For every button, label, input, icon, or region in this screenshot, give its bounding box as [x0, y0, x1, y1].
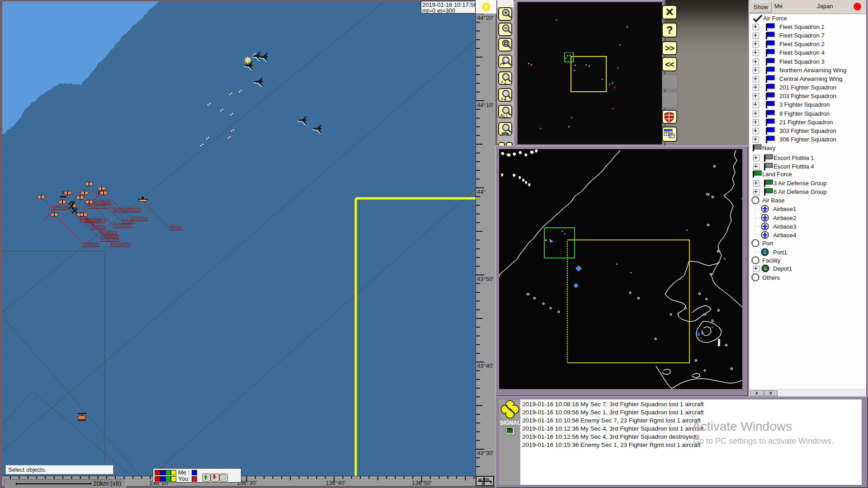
svg-text:Ropucha: Ropucha [85, 217, 107, 222]
svg-text:N: N [486, 477, 489, 481]
svg-text:Udaloy: Udaloy [84, 241, 100, 246]
svg-text:ALL: ALL [500, 113, 509, 118]
svg-text:Grisha3: Grisha3 [101, 235, 119, 241]
svg-text:×4: ×4 [500, 96, 507, 102]
svg-text:W: W [478, 478, 482, 482]
svg-text:43°30': 43°30' [477, 450, 494, 456]
svg-text:E: E [490, 480, 492, 484]
svg-text:Grisha5: Grisha5 [113, 222, 132, 227]
svg-text:Udaloy: Udaloy [132, 215, 148, 221]
svg-text:136°40': 136°40' [326, 479, 345, 486]
svg-text:Ropucha: Ropucha [111, 241, 132, 246]
svg-text:44°10': 44°10' [477, 102, 494, 108]
svg-text:136°50': 136°50' [412, 479, 432, 486]
svg-text:Grisha5: Grisha5 [88, 202, 106, 208]
svg-text:44°20': 44°20' [477, 14, 494, 21]
svg-text:44°: 44° [477, 188, 486, 195]
svg-text:Sovremenny: Sovremenny [113, 206, 142, 211]
svg-text:43°50': 43°50' [477, 276, 494, 282]
svg-text:Natya: Natya [92, 223, 106, 229]
svg-text:Udaloy: Udaloy [51, 204, 67, 209]
svg-text:43°40': 43°40' [477, 362, 494, 369]
svg-text:S: S [481, 482, 484, 485]
svg-text:Akula: Akula [170, 224, 183, 230]
svg-text:×1: ×1 [500, 79, 507, 85]
